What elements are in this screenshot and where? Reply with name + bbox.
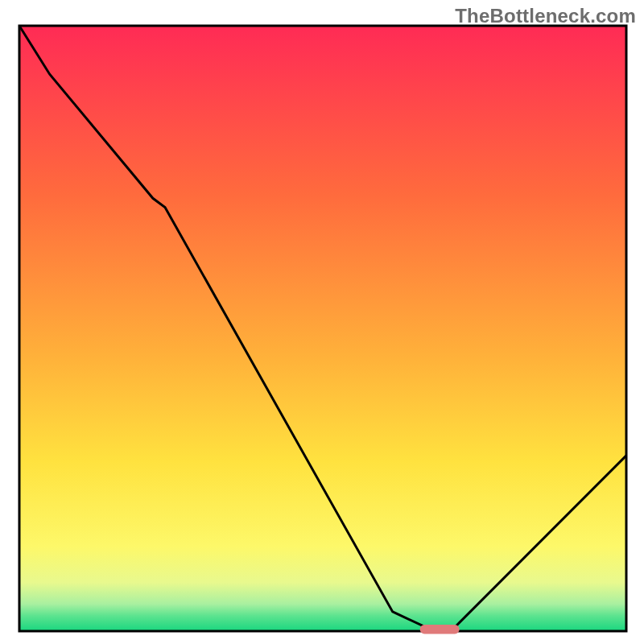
bottleneck-chart: TheBottleneck.com — [0, 0, 644, 644]
watermark-text: TheBottleneck.com — [455, 5, 636, 27]
gradient-background — [19, 26, 626, 631]
chart-svg — [0, 0, 644, 644]
optimal-marker — [420, 625, 460, 634]
